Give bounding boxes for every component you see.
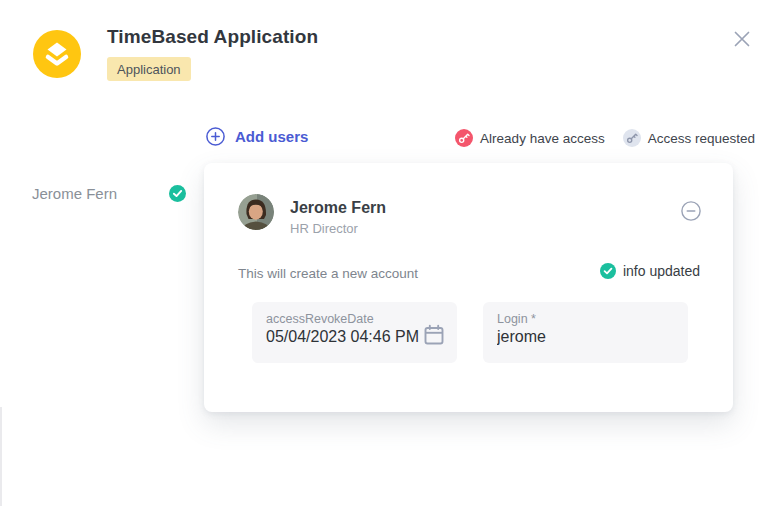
- plus-circle-icon: [206, 127, 225, 146]
- user-list-item[interactable]: Jerome Fern: [32, 185, 186, 202]
- new-account-note: This will create a new account: [238, 266, 418, 281]
- access-revoke-date-label: accessRevokeDate: [266, 312, 443, 326]
- user-card: Jerome Fern HR Director This will create…: [204, 163, 733, 412]
- check-circle-icon: [600, 263, 616, 279]
- access-revoke-date-field[interactable]: accessRevokeDate: [252, 302, 457, 363]
- key-circle-icon: [623, 129, 641, 147]
- legend-label: Access requested: [648, 131, 755, 146]
- left-edge-divider: [0, 407, 2, 506]
- access-legend: Already have access Access requested: [455, 129, 755, 147]
- status-label: info updated: [623, 263, 700, 279]
- add-users-button[interactable]: Add users: [206, 127, 308, 146]
- application-access-modal: TimeBased Application Application Add us…: [0, 0, 763, 526]
- app-logo-layers-icon: [33, 30, 81, 78]
- avatar: [238, 194, 274, 230]
- info-updated-status: info updated: [600, 263, 700, 279]
- check-circle-icon: [169, 185, 186, 202]
- legend-label: Already have access: [480, 131, 605, 146]
- key-circle-icon: [455, 129, 473, 147]
- login-field[interactable]: Login *: [483, 302, 688, 363]
- access-revoke-date-input[interactable]: [266, 328, 421, 346]
- add-users-label: Add users: [235, 128, 308, 145]
- legend-already-have-access: Already have access: [455, 129, 605, 147]
- card-user-role: HR Director: [290, 221, 358, 236]
- application-type-badge: Application: [107, 57, 191, 81]
- legend-access-requested: Access requested: [623, 129, 755, 147]
- card-user-name: Jerome Fern: [290, 199, 386, 217]
- close-icon[interactable]: [731, 28, 753, 50]
- calendar-icon[interactable]: [422, 323, 446, 347]
- login-input[interactable]: [497, 328, 652, 346]
- user-list-name: Jerome Fern: [32, 185, 117, 202]
- page-title: TimeBased Application: [107, 25, 318, 49]
- login-label: Login *: [497, 312, 674, 326]
- minus-circle-icon[interactable]: [681, 201, 701, 221]
